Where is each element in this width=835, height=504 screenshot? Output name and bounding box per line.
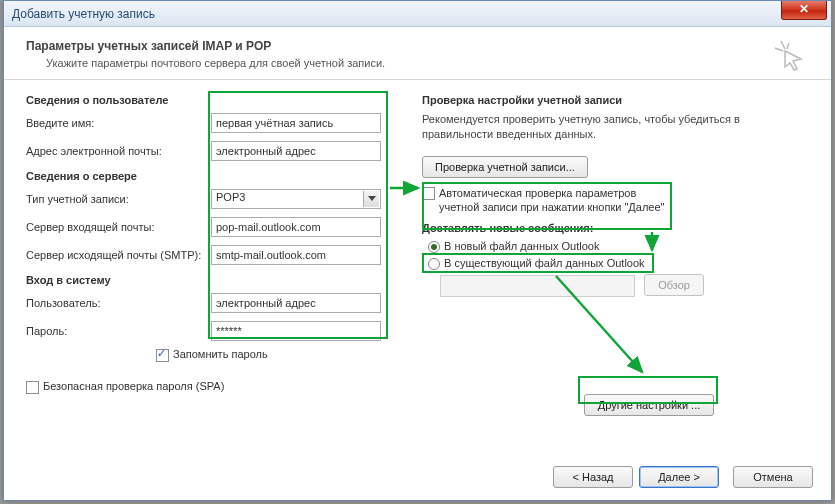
deliver-new-radio[interactable]: [428, 241, 440, 253]
right-column: Проверка настройки учетной записи Рекоме…: [422, 94, 802, 297]
deliver-section-title: Доставлять новые сообщения:: [422, 222, 802, 234]
remember-checkbox[interactable]: [156, 349, 169, 362]
chevron-down-icon: [363, 191, 379, 207]
user-section-title: Сведения о пользователе: [26, 94, 406, 106]
auto-check-checkbox[interactable]: [422, 187, 435, 200]
account-type-value: POP3: [216, 191, 245, 203]
deliver-new-row: В новый файл данных Outlook: [428, 240, 802, 253]
spa-row: Безопасная проверка пароля (SPA): [26, 380, 406, 394]
auto-check-label: Автоматическая проверка параметров учетн…: [439, 186, 672, 215]
body-pane: Сведения о пользователе Введите имя: Адр…: [4, 80, 831, 456]
footer: < Назад Далее > Отмена: [553, 466, 813, 488]
header-title: Параметры учетных записей IMAP и POP: [26, 39, 809, 53]
server-section-title: Сведения о сервере: [26, 170, 406, 182]
test-account-button[interactable]: Проверка учетной записи...: [422, 156, 588, 178]
check-section-title: Проверка настройки учетной записи: [422, 94, 802, 106]
outgoing-input[interactable]: [211, 245, 381, 265]
email-label: Адрес электронной почты:: [26, 145, 211, 157]
cursor-graphic-icon: [773, 39, 807, 75]
back-button[interactable]: < Назад: [553, 466, 633, 488]
left-column: Сведения о пользователе Введите имя: Адр…: [26, 94, 406, 398]
remember-label: Запомнить пароль: [173, 348, 268, 360]
cancel-button[interactable]: Отмена: [733, 466, 813, 488]
header-pane: Параметры учетных записей IMAP и POP Ука…: [4, 27, 831, 80]
outgoing-label: Сервер исходящей почты (SMTP):: [26, 249, 211, 261]
auto-check-row: Автоматическая проверка параметров учетн…: [422, 186, 672, 215]
remember-row: Запомнить пароль: [156, 348, 406, 362]
browse-button: Обзор: [644, 274, 704, 296]
account-type-select[interactable]: POP3: [211, 189, 381, 209]
svg-line-1: [775, 48, 783, 51]
more-settings-button[interactable]: Другие настройки ...: [584, 394, 714, 416]
check-desc: Рекомендуется проверить учетную запись, …: [422, 112, 762, 142]
deliver-new-label: В новый файл данных Outlook: [444, 240, 599, 252]
deliver-existing-radio[interactable]: [428, 258, 440, 270]
incoming-input[interactable]: [211, 217, 381, 237]
user-input[interactable]: [211, 293, 381, 313]
svg-line-2: [787, 43, 789, 49]
header-subtitle: Укажите параметры почтового сервера для …: [46, 57, 809, 69]
pass-input[interactable]: [211, 321, 381, 341]
titlebar: Добавить учетную запись ✕: [4, 1, 831, 27]
spa-label: Безопасная проверка пароля (SPA): [43, 380, 224, 392]
incoming-label: Сервер входящей почты:: [26, 221, 211, 233]
window-title: Добавить учетную запись: [12, 7, 155, 21]
user-label: Пользователь:: [26, 297, 211, 309]
spa-checkbox[interactable]: [26, 381, 39, 394]
account-type-label: Тип учетной записи:: [26, 193, 211, 205]
close-button[interactable]: ✕: [781, 1, 827, 20]
svg-line-0: [781, 41, 785, 49]
dialog-window: Добавить учетную запись ✕ Параметры учет…: [3, 0, 832, 501]
pass-label: Пароль:: [26, 325, 211, 337]
next-button[interactable]: Далее >: [639, 466, 719, 488]
name-input[interactable]: [211, 113, 381, 133]
email-input[interactable]: [211, 141, 381, 161]
name-label: Введите имя:: [26, 117, 211, 129]
deliver-existing-row: В существующий файл данных Outlook: [428, 257, 802, 270]
existing-path-field: [440, 275, 635, 297]
login-section-title: Вход в систему: [26, 274, 406, 286]
deliver-existing-label: В существующий файл данных Outlook: [444, 257, 645, 269]
